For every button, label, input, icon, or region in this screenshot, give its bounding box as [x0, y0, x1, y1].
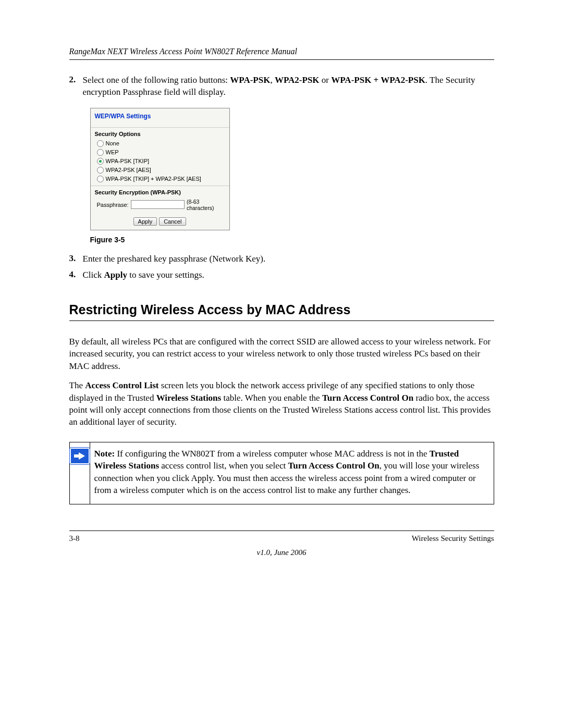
step-3: 3. Enter the preshared key passphrase (N…	[69, 253, 494, 265]
radio-option-wep[interactable]: WEP	[95, 148, 225, 157]
note-box: Note: If configuring the WN802T from a w…	[69, 442, 494, 504]
step-body: Select one of the following ratio button…	[83, 75, 494, 98]
step-body: Click Apply to save your settings.	[83, 269, 494, 281]
running-head: RangeMax NEXT Wireless Access Point WN80…	[69, 47, 494, 60]
note-body: Note: If configuring the WN802T from a w…	[90, 442, 494, 504]
paragraph: By default, all wireless PCs that are co…	[69, 336, 494, 372]
bold-apply: Apply	[104, 270, 127, 280]
bold-acl: Access Control List	[85, 380, 158, 390]
bold-wpa2-psk: WPA2-PSK	[275, 75, 320, 85]
bold-turn-ac-on: Turn Access Control On	[288, 461, 379, 471]
radio-icon	[97, 167, 104, 174]
wep-wpa-settings-panel: WEP/WPA Settings Security Options None W…	[90, 108, 230, 230]
radio-label: WPA-PSK [TKIP] + WPA2-PSK [AES]	[106, 176, 201, 182]
panel-title: WEP/WPA Settings	[91, 108, 229, 128]
radio-option-none[interactable]: None	[95, 139, 225, 148]
bold-turn-ac-on: Turn Access Control On	[322, 393, 413, 403]
paragraph: The Access Control List screen lets you …	[69, 379, 494, 428]
radio-label: WPA-PSK [TKIP]	[106, 158, 150, 164]
passphrase-hint: (8-63 characters)	[187, 199, 225, 211]
step-2: 2. Select one of the following ratio but…	[69, 75, 494, 98]
step-body: Enter the preshared key passphrase (Netw…	[83, 253, 494, 265]
radio-option-wpa-combo[interactable]: WPA-PSK [TKIP] + WPA2-PSK [AES]	[95, 175, 225, 183]
cancel-button[interactable]: Cancel	[159, 217, 186, 226]
encryption-heading: Security Encryption (WPA-PSK)	[95, 189, 225, 195]
section-title: Wireless Security Settings	[412, 534, 494, 543]
radio-icon	[97, 158, 104, 165]
radio-icon	[97, 149, 104, 156]
step-number: 2.	[69, 75, 83, 98]
radio-icon	[97, 140, 104, 147]
note-arrow-icon	[70, 448, 90, 464]
doc-version: v1.0, June 2006	[69, 548, 494, 557]
step-number: 3.	[69, 253, 83, 265]
security-options-heading: Security Options	[95, 131, 225, 137]
radio-option-wpa2-psk[interactable]: WPA2-PSK [AES]	[95, 166, 225, 175]
radio-option-wpa-psk[interactable]: WPA-PSK [TKIP]	[95, 157, 225, 166]
radio-label: WEP	[106, 149, 119, 155]
radio-label: None	[106, 140, 119, 146]
bold-wpa-psk: WPA-PSK	[230, 75, 270, 85]
radio-label: WPA2-PSK [AES]	[106, 167, 151, 173]
note-lead: Note:	[94, 449, 115, 459]
step-4: 4. Click Apply to save your settings.	[69, 269, 494, 281]
radio-icon	[97, 176, 104, 182]
page-number: 3-8	[69, 534, 80, 543]
passphrase-label: Passphrase:	[97, 202, 129, 208]
bold-wireless-stations: Wireless Stations	[156, 393, 222, 403]
step-number: 4.	[69, 269, 83, 281]
page-footer: 3-8 Wireless Security Settings	[69, 530, 494, 543]
figure-caption: Figure 3-5	[90, 236, 494, 244]
apply-button[interactable]: Apply	[133, 217, 157, 226]
section-heading-mac: Restricting Wireless Access by MAC Addre…	[69, 302, 494, 321]
passphrase-input[interactable]	[131, 200, 185, 209]
bold-wpa-combo: WPA-PSK + WPA2-PSK	[331, 75, 425, 85]
